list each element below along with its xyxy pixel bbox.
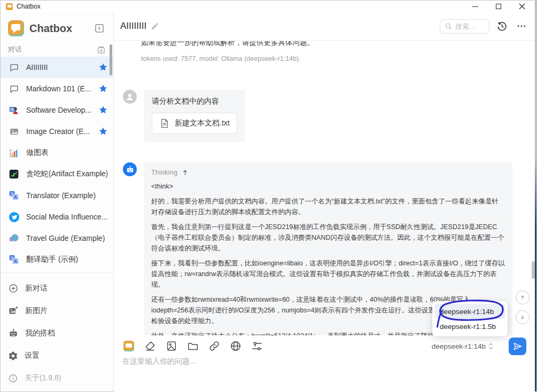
svg-text:A: A [14,194,17,200]
conversation-item-translation-assistant[interactable]: 文A 翻译助手 (示例) [1,249,113,270]
conversation-item-image-creator[interactable]: Image Creator (E... [1,121,113,142]
about-button[interactable]: 关于(1.9.8) [1,367,113,389]
sidebar-divider [1,272,113,273]
conversation-item-travel-guide[interactable]: Travel Guide (Example) [1,228,113,249]
conversation-item-translator[interactable]: 文A Translator (Example) [1,185,113,206]
link-icon [208,340,220,352]
search-icon [445,22,452,30]
document-icon [159,118,170,129]
arrow-down-icon [519,314,526,320]
close-button[interactable] [513,1,531,12]
info-icon [8,373,18,383]
robot-face-icon [126,165,135,174]
conversations-label: 对话 [8,45,97,54]
conversations-section-header: 对话 [1,42,113,57]
clear-context-button[interactable] [144,340,157,352]
assistant-quick-button[interactable] [122,340,135,352]
collapse-thinking-icon[interactable] [182,169,189,176]
thinking-label: Thinking [151,169,177,176]
globe-icon [230,340,242,352]
model-selector[interactable]: deepseek-r1:14b [432,342,494,350]
attach-image-button[interactable] [165,340,178,352]
minimize-button[interactable] [466,1,484,12]
attachment-chip[interactable]: 新建文本文档.txt [152,113,237,134]
chevron-up-down-icon [488,342,494,350]
close-icon [519,3,525,10]
think-paragraph: 接下来，我看到一些参数配置，比如ioengine=libaio，这表明使用的是异… [151,258,505,290]
developer-emoji-icon [8,104,20,116]
settings-button[interactable]: 设置 [1,344,113,367]
new-image-icon [8,305,19,316]
chatbox-taskbar-icon [6,3,13,10]
conversation-item-markdown[interactable]: Markdown 101 (E... [1,78,113,99]
main-panel: AIIIIIIII 如果需要进一步的帮助或解析，请提供更多具体问题。 [114,12,536,391]
assistant-avatar [123,162,137,176]
model-option-deepseek-r1-14b[interactable]: deepseek-r1:14b [435,304,505,319]
attach-file-button[interactable] [186,340,199,352]
star-icon[interactable] [98,127,108,136]
message-input[interactable] [122,357,518,388]
conversation-item-aiiiiiiii[interactable]: AIIIIIIII [1,57,113,78]
maximize-button[interactable] [489,1,508,12]
plus-circle-icon [8,283,19,294]
sidebar-collapse-button[interactable] [93,22,106,35]
clear-conversations-icon[interactable] [97,45,106,54]
previous-message-tail: 如果需要进一步的帮助或解析，请提供更多具体问题。 [141,41,314,50]
svg-text:A: A [14,258,17,264]
person-icon [125,92,135,101]
scroll-to-bottom-button[interactable] [516,310,530,324]
my-copilots-button[interactable]: 我的搭档 [1,322,113,344]
conversation-item-social-media[interactable]: Social Media Influence... [1,206,113,228]
attach-link-button[interactable] [208,340,221,352]
thinking-header: Thinking [151,169,505,176]
conversation-header: AIIIIIIII [114,12,536,41]
conversation-item-snake-game[interactable]: 贪吃蛇(Artifact Example) [1,163,113,185]
history-clock-icon [496,21,508,32]
app-name: Chatbox [29,22,93,35]
think-paragraph: 好的，我需要分析用户提供的文档内容。用户提供了一个名为“新建文本文档.txt”的… [151,196,505,217]
ellipsis-icon [516,21,527,32]
star-icon[interactable] [98,84,108,93]
sidebar-scrollbar-thumb[interactable] [110,44,112,75]
edit-title-icon[interactable] [151,22,159,30]
search-box[interactable] [440,19,489,34]
conversation-item-software-developer[interactable]: Software Develop... [1,99,113,121]
translator-icon: 文A [8,254,20,265]
sidebar: Chatbox 对话 AIIIIIIII Markdown 101 (E... [1,12,114,391]
more-options-button[interactable] [514,19,529,34]
gear-icon [8,351,18,361]
new-image-button[interactable]: 新图片 [1,300,113,322]
eraser-icon [144,340,156,352]
scroll-to-top-button[interactable] [516,291,530,304]
chat-bubble-icon [8,61,20,73]
send-button[interactable] [509,338,526,355]
user-message-bubble: 请分析文档中的内容 新建文本文档.txt [144,90,245,142]
star-icon[interactable] [98,105,108,115]
think-paragraph: 首先，我会注意到第一行提到这是一个JESD219标准的工作负载实现示例，用于SS… [151,222,505,254]
web-browsing-button[interactable] [229,340,242,352]
chatbox-logo-icon [8,20,24,36]
collapse-panel-icon [94,23,105,34]
new-chat-button[interactable]: 新对话 [1,277,113,300]
sidebar-menu: 新对话 新图片 我的搭档 设置 关于(1.9.8) [1,277,113,392]
search-input[interactable] [455,22,485,30]
folder-icon [187,340,199,352]
conversation-list: AIIIIIIII Markdown 101 (E... Software De… [1,57,113,270]
sidebar-header: Chatbox [1,12,113,42]
window-title: Chatbox [17,3,41,10]
window-right-edge [535,1,536,391]
maximize-icon [496,4,501,9]
travel-globe-icon [8,232,20,244]
settings-sliders-button[interactable] [251,340,263,352]
star-icon[interactable] [98,62,108,72]
history-button[interactable] [494,19,509,34]
token-usage-meta: tokens used: 7577, model: Ollama (deepse… [141,55,299,62]
chat-bubble-icon [8,83,20,95]
conversation-item-charts[interactable]: 做图表 [1,142,113,163]
snake-game-icon [8,168,20,180]
chatbox-logo-icon [123,341,134,351]
chat-scroll-area[interactable]: 如果需要进一步的帮助或解析，请提供更多具体问题。 tokens used: 75… [114,41,536,335]
model-option-deepseek-r1-1-5b[interactable]: deepseek-r1:1.5b [435,319,505,334]
conversation-title: AIIIIIIII [120,21,146,32]
user-message-row: 请分析文档中的内容 新建文本文档.txt [123,90,245,142]
